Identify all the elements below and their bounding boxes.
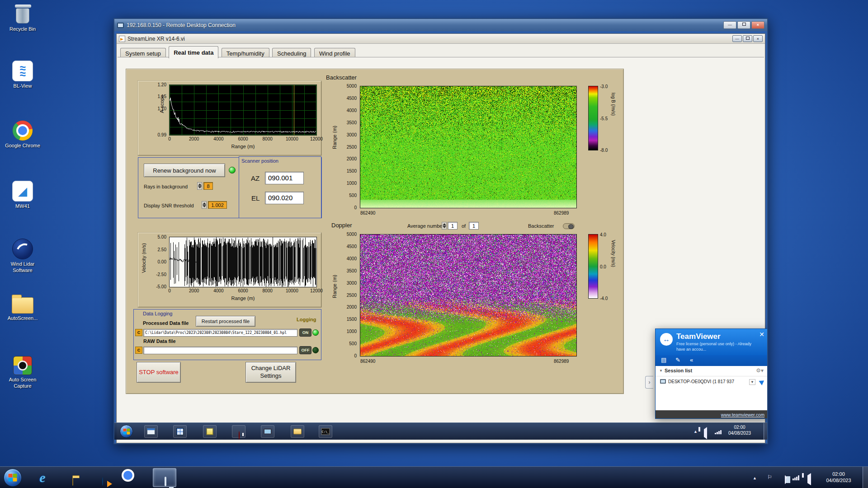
gear-icon[interactable]: ⚙▾: [756, 367, 764, 374]
remote-taskbar-folder-button[interactable]: [291, 425, 304, 438]
axis-tick-label: 10000: [286, 288, 298, 293]
remote-taskbar-power-button[interactable]: [232, 425, 245, 438]
axis-tick-label: -5.5: [600, 116, 608, 121]
close-icon[interactable]: ✕: [759, 331, 764, 338]
raw-logging-toggle[interactable]: OFF: [299, 346, 311, 354]
raw-drive-box[interactable]: C: [135, 347, 142, 354]
axis-tick-label: 0.00: [158, 259, 166, 264]
of-label: of: [462, 223, 466, 229]
remote-start-button[interactable]: [120, 425, 133, 438]
media-player-taskbar-button[interactable]: [90, 468, 114, 487]
el-value-field[interactable]: 090.020: [265, 192, 304, 204]
rdp-taskbar-button[interactable]: [153, 468, 176, 487]
axis-tick-label: 0: [168, 288, 171, 293]
backscatter-toggle[interactable]: [563, 223, 575, 229]
restore-button[interactable]: [737, 21, 750, 29]
start-button[interactable]: [4, 469, 22, 487]
backscatter-title: Backscatter: [326, 74, 357, 81]
remote-taskbar-notes-button[interactable]: [203, 425, 217, 438]
snr-spinner[interactable]: [202, 201, 207, 209]
taskbar: e ▲ ⚐ 02:00 04/08/2023: [0, 466, 868, 488]
desktop-icon-auto-screen-capture[interactable]: Auto Screen Capture: [1, 356, 44, 389]
desktop-icon-label: AutoScreen...: [1, 315, 44, 322]
axis-tick-label: -4.0: [600, 296, 608, 301]
remote-taskbar-window-button[interactable]: [144, 425, 158, 438]
app-titlebar[interactable]: StreamLine XR v14-6.vi — ×: [117, 34, 765, 44]
remote-desktop-session: StreamLine XR v14-6.vi — × System setup …: [114, 31, 767, 443]
clipboard-icon[interactable]: ▤: [661, 357, 666, 363]
processed-drive-box[interactable]: C: [135, 329, 142, 336]
session-entry-row[interactable]: DESKTOP-OE0QDVI (1 817 937 ▼: [656, 376, 767, 388]
show-desktop-button[interactable]: [863, 467, 868, 488]
change-lidar-settings-button[interactable]: Change LiDAR Settings: [245, 362, 296, 383]
desktop-icon-wind-lidar[interactable]: Wind Lidar Software: [1, 239, 44, 274]
snr-value[interactable]: 1.002: [208, 201, 227, 209]
minimize-button[interactable]: —: [732, 35, 742, 42]
dropdown-arrow-icon[interactable]: ▼: [749, 379, 755, 385]
velocity-x-ticks: 020004000600080001000012000: [170, 288, 316, 294]
remote-tray-expand-icon[interactable]: ▲: [693, 429, 698, 434]
chrome-icon: [127, 471, 128, 479]
remote-taskbar-app-grid-button[interactable]: [173, 425, 187, 438]
axis-tick-label: -5.00: [156, 284, 166, 289]
axis-tick-label: -3.0: [600, 84, 608, 89]
clock[interactable]: 02:00 04/08/2023: [819, 471, 858, 484]
teamviewer-url-link[interactable]: www.teamviewer.com: [721, 411, 764, 419]
restart-processed-file-button[interactable]: Restart processed file: [196, 316, 255, 327]
desktop-icon-autoscreen[interactable]: AutoScreen...: [1, 293, 44, 322]
rays-value[interactable]: 8: [203, 182, 213, 190]
stop-software-button[interactable]: STOP software: [137, 362, 181, 383]
rdp-titlebar[interactable]: 192.168.0.150 - Remote Desktop Connectio…: [114, 19, 767, 31]
raw-path-field[interactable]: [143, 347, 297, 354]
clock-date: 04/08/2023: [819, 478, 858, 484]
tab-bar: System setup Real time data Temp/humidit…: [117, 44, 765, 57]
tab-real-time-data[interactable]: Real time data: [169, 46, 218, 58]
axis-tick-label: 2500: [347, 144, 357, 149]
restore-button[interactable]: [743, 35, 752, 42]
ie-taskbar-button[interactable]: e: [31, 468, 54, 487]
volume-icon[interactable]: [807, 475, 811, 483]
desktop-icon-recycle-bin[interactable]: Recycle Bin: [1, 5, 44, 33]
remote-taskbar-computer-button[interactable]: [261, 425, 274, 438]
axis-tick-label: 4000: [213, 288, 223, 293]
network-icon[interactable]: [793, 475, 799, 480]
teamviewer-collapse-tab[interactable]: ›: [645, 376, 653, 389]
chrome-taskbar-button[interactable]: [122, 468, 146, 487]
battery-icon[interactable]: [785, 476, 786, 484]
action-center-flag-icon[interactable]: ⚐: [767, 474, 772, 480]
processed-path-field[interactable]: C:\Lidar\Data\Proc\2023\202308\20230804\…: [143, 329, 297, 337]
doppler-y-ticks: 5000450040003500300025002000150010005000: [338, 235, 359, 356]
minimize-button[interactable]: —: [723, 21, 736, 29]
average-number-field[interactable]: 1: [448, 222, 458, 230]
desktop-icon-bl-view[interactable]: ≈≈ BL-View: [1, 61, 44, 89]
desktop-icon-google-chrome[interactable]: Google Chrome: [1, 120, 44, 149]
renew-background-button[interactable]: Renew background now: [144, 164, 225, 177]
axis-tick-label: 4500: [347, 244, 357, 249]
remote-volume-icon[interactable]: [704, 429, 707, 437]
remote-taskbar-cmd-button[interactable]: C:\_: [319, 425, 332, 438]
explorer-taskbar-button[interactable]: [61, 468, 84, 487]
close-button[interactable]: ×: [751, 21, 764, 29]
pencil-icon[interactable]: ✎: [675, 357, 680, 363]
rays-in-background-label: Rays in background: [144, 184, 188, 189]
az-label: AZ: [251, 174, 259, 182]
tray-expand-icon[interactable]: ▲: [753, 476, 757, 480]
remote-clock[interactable]: 02:00 04/08/2023: [720, 425, 759, 436]
rays-spinner[interactable]: [197, 182, 202, 190]
axis-tick-label: 1.10: [158, 106, 166, 111]
remote-show-desktop-button[interactable]: [764, 423, 767, 440]
raw-data-file-label: RAW Data file: [143, 338, 176, 344]
desktop-icon-mw41[interactable]: ◢ MW41: [1, 181, 44, 210]
doppler-plot: [360, 234, 577, 357]
ascope-x-axis-label: Range (m): [170, 144, 316, 149]
session-list-row[interactable]: ▼ Session list ⚙▾: [656, 366, 767, 376]
connect-arrow-icon[interactable]: [759, 378, 765, 385]
media-player-icon: [102, 477, 103, 486]
logging-label: Logging: [297, 317, 316, 322]
processed-logging-toggle[interactable]: ON: [299, 328, 311, 337]
average-number-spinner[interactable]: [442, 222, 447, 230]
collapse-chevrons-icon[interactable]: «: [690, 357, 693, 363]
average-of-field[interactable]: 1: [469, 222, 479, 230]
close-button[interactable]: ×: [753, 35, 763, 42]
az-value-field[interactable]: 090.001: [265, 172, 304, 184]
